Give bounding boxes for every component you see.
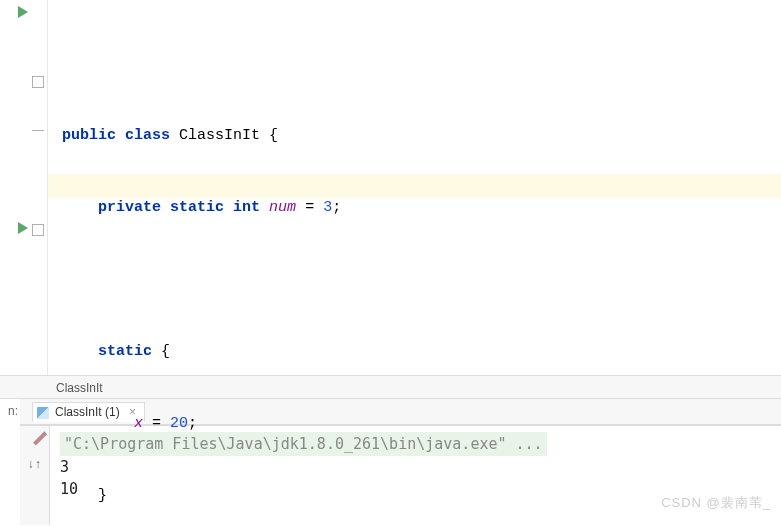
- code-line: static {: [62, 340, 781, 364]
- code-line: public class ClassInIt {: [62, 124, 781, 148]
- code-editor: public class ClassInIt { private static …: [0, 0, 781, 375]
- run-tool-label: n:: [0, 399, 20, 526]
- run-toolbar: [20, 426, 50, 525]
- code-content[interactable]: public class ClassInIt { private static …: [48, 0, 781, 375]
- fold-end-icon: [32, 130, 44, 131]
- fold-toggle-icon[interactable]: [32, 76, 44, 88]
- app-config-icon: [37, 407, 49, 419]
- run-class-icon[interactable]: [18, 6, 38, 26]
- editor-gutter: [0, 0, 48, 375]
- fold-toggle-icon[interactable]: [32, 224, 44, 236]
- code-line: x = 20;: [62, 412, 781, 436]
- scroll-to-end-icon[interactable]: [26, 458, 44, 476]
- code-line: }: [62, 484, 781, 508]
- code-line: private static int num = 3;: [62, 196, 781, 220]
- code-line: [62, 268, 781, 292]
- edit-config-icon[interactable]: [26, 436, 44, 454]
